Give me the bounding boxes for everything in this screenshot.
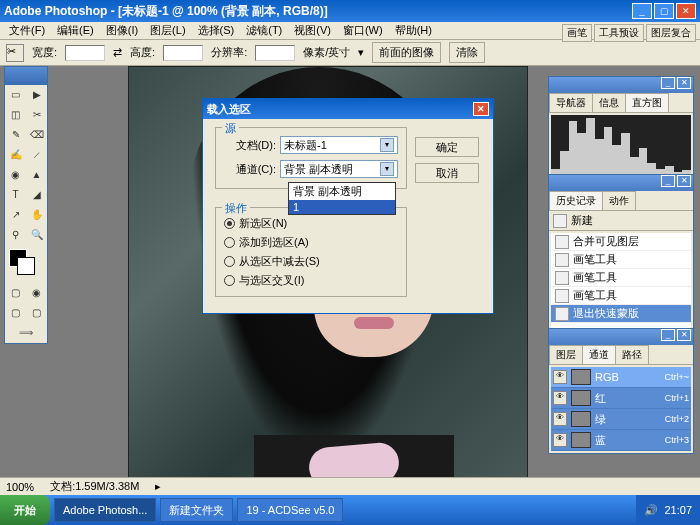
dropdown-option[interactable]: 背景 副本透明 [289, 183, 395, 200]
tab-channels[interactable]: 通道 [582, 345, 616, 364]
swap-icon[interactable]: ⇄ [113, 46, 122, 59]
history-item[interactable]: 画笔工具 [551, 287, 691, 305]
tool-6[interactable]: ✍ [5, 145, 26, 165]
tool-10[interactable]: T [5, 185, 26, 205]
menu-file[interactable]: 文件(F) [4, 22, 50, 39]
tool-13[interactable]: ✋ [26, 205, 47, 225]
tray-icon[interactable]: 🔊 [644, 495, 658, 525]
tool-9[interactable]: ▲ [26, 165, 47, 185]
eye-icon[interactable]: 👁 [553, 391, 567, 405]
clear-button[interactable]: 清除 [449, 42, 485, 63]
tool-15[interactable]: 🔍 [26, 225, 47, 245]
history-item[interactable]: 合并可见图层 [551, 233, 691, 251]
system-tray[interactable]: 🔊 21:07 [636, 495, 700, 525]
operation-radio[interactable]: 与选区交叉(I) [224, 273, 398, 288]
menu-layer[interactable]: 图层(L) [145, 22, 190, 39]
resolution-input[interactable] [255, 45, 295, 61]
panel-titlebar[interactable]: _✕ [549, 175, 693, 191]
panel-close-icon[interactable]: ✕ [677, 329, 691, 341]
unit-chevron-icon[interactable]: ▾ [358, 46, 364, 59]
eye-icon[interactable]: 👁 [553, 433, 567, 447]
channel-item[interactable]: 👁RGBCtrl+~ [551, 367, 691, 388]
tab-navigator[interactable]: 导航器 [549, 93, 593, 112]
eye-icon[interactable]: 👁 [553, 370, 567, 384]
snapshot-name[interactable]: 新建 [571, 213, 593, 228]
snapshot-thumb[interactable] [553, 214, 567, 228]
well-brushes[interactable]: 画笔 [562, 24, 592, 42]
menu-help[interactable]: 帮助(H) [390, 22, 437, 39]
menu-image[interactable]: 图像(I) [101, 22, 143, 39]
mask-mode-quick[interactable]: ◉ [26, 283, 47, 303]
channel-combo[interactable]: 背景 副本透明▾ [280, 160, 398, 178]
channel-item[interactable]: 👁蓝Ctrl+3 [551, 430, 691, 451]
menu-window[interactable]: 窗口(W) [338, 22, 388, 39]
history-item[interactable]: 画笔工具 [551, 269, 691, 287]
tool-12[interactable]: ↗ [5, 205, 26, 225]
background-color[interactable] [17, 257, 35, 275]
eye-icon[interactable]: 👁 [553, 412, 567, 426]
panel-min-icon[interactable]: _ [661, 329, 675, 341]
zoom-level[interactable]: 100% [6, 481, 34, 493]
well-toolpresets[interactable]: 工具预设 [594, 24, 644, 42]
toolbox-titlebar[interactable] [5, 67, 47, 85]
tab-paths[interactable]: 路径 [615, 345, 649, 364]
maximize-button[interactable]: ▢ [654, 3, 674, 19]
tab-info[interactable]: 信息 [592, 93, 626, 112]
menu-edit[interactable]: 编辑(E) [52, 22, 99, 39]
tool-4[interactable]: ✎ [5, 125, 26, 145]
panel-min-icon[interactable]: _ [661, 77, 675, 89]
color-swatch[interactable] [9, 249, 43, 279]
screen-mode-2[interactable]: ▢ [26, 303, 47, 323]
tool-8[interactable]: ◉ [5, 165, 26, 185]
tab-history[interactable]: 历史记录 [549, 191, 603, 210]
ok-button[interactable]: 确定 [415, 137, 479, 157]
taskbar-item[interactable]: 19 - ACDSee v5.0 [237, 498, 343, 522]
history-item[interactable]: 画笔工具 [551, 251, 691, 269]
close-button[interactable]: ✕ [676, 3, 696, 19]
start-button[interactable]: 开始 [0, 495, 50, 525]
tab-histogram[interactable]: 直方图 [625, 93, 669, 112]
menu-view[interactable]: 视图(V) [289, 22, 336, 39]
tool-5[interactable]: ⌫ [26, 125, 47, 145]
tool-3[interactable]: ✂ [26, 105, 47, 125]
status-chevron-icon[interactable]: ▸ [155, 480, 161, 493]
tool-7[interactable]: ⟋ [26, 145, 47, 165]
tab-actions[interactable]: 动作 [602, 191, 636, 210]
operation-radio[interactable]: 从选区中减去(S) [224, 254, 398, 269]
document-combo[interactable]: 未标题-1▾ [280, 136, 398, 154]
cancel-button[interactable]: 取消 [415, 163, 479, 183]
tool-1[interactable]: ▶ [26, 85, 47, 105]
front-image-button[interactable]: 前面的图像 [372, 42, 441, 63]
operation-radio[interactable]: 添加到选区(A) [224, 235, 398, 250]
panel-close-icon[interactable]: ✕ [677, 77, 691, 89]
menu-filter[interactable]: 滤镜(T) [241, 22, 287, 39]
dropdown-option-selected[interactable]: 1 [289, 200, 395, 214]
tab-layers[interactable]: 图层 [549, 345, 583, 364]
dialog-titlebar[interactable]: 载入选区 ✕ [203, 99, 493, 119]
tool-14[interactable]: ⚲ [5, 225, 26, 245]
panel-titlebar[interactable]: _✕ [549, 77, 693, 93]
panel-titlebar[interactable]: _✕ [549, 329, 693, 345]
panel-min-icon[interactable]: _ [661, 175, 675, 187]
crop-tool-icon[interactable]: ✂ [6, 44, 24, 62]
unit-select[interactable]: 像素/英寸 [303, 45, 350, 60]
tool-11[interactable]: ◢ [26, 185, 47, 205]
history-item[interactable]: 退出快速蒙版 [551, 305, 691, 323]
height-input[interactable] [163, 45, 203, 61]
chevron-down-icon[interactable]: ▾ [380, 138, 394, 152]
minimize-button[interactable]: _ [632, 3, 652, 19]
screen-mode-1[interactable]: ▢ [5, 303, 26, 323]
tool-2[interactable]: ◫ [5, 105, 26, 125]
channel-item[interactable]: 👁绿Ctrl+2 [551, 409, 691, 430]
chevron-down-icon[interactable]: ▾ [380, 162, 394, 176]
jump-to-imageready[interactable]: ⟹ [5, 323, 47, 343]
channel-item[interactable]: 👁红Ctrl+1 [551, 388, 691, 409]
menu-select[interactable]: 选择(S) [193, 22, 240, 39]
tool-0[interactable]: ▭ [5, 85, 26, 105]
panel-close-icon[interactable]: ✕ [677, 175, 691, 187]
operation-radio[interactable]: 新选区(N) [224, 216, 398, 231]
width-input[interactable] [65, 45, 105, 61]
taskbar-item[interactable]: 新建文件夹 [160, 498, 233, 522]
dialog-close-button[interactable]: ✕ [473, 102, 489, 116]
taskbar-item[interactable]: Adobe Photosh... [54, 498, 156, 522]
